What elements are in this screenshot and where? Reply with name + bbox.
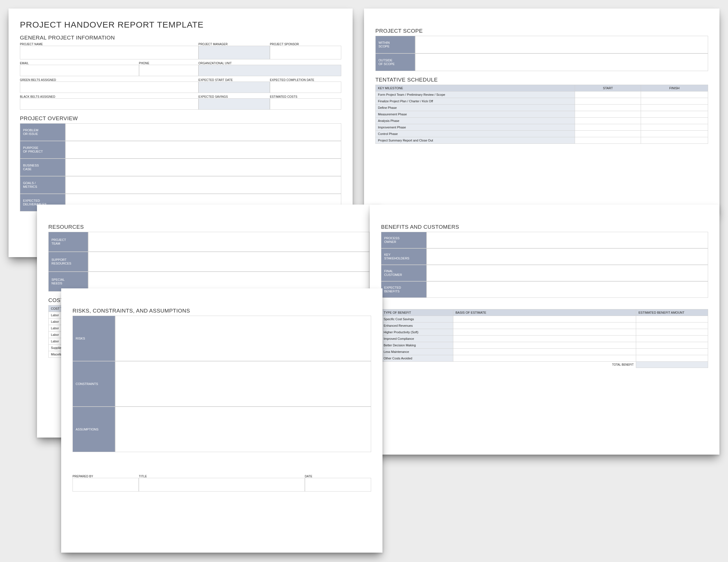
benefit-row-2: Higher Productivity (Soft) — [381, 329, 453, 335]
schedule-finish-0[interactable] — [641, 92, 708, 98]
input-expected-savings[interactable] — [198, 98, 270, 110]
benefits-value-1[interactable] — [427, 248, 708, 265]
input-project-manager[interactable] — [198, 46, 270, 59]
input-project-sponsor[interactable] — [270, 46, 341, 59]
input-phone[interactable] — [139, 65, 198, 76]
input-black-belts[interactable] — [20, 98, 198, 110]
overview-value-1[interactable] — [65, 141, 341, 159]
benefit-header-type: TYPE OF BENEFIT — [381, 309, 453, 316]
input-green-belts[interactable] — [20, 82, 198, 93]
benefits-row: EXPECTED BENEFITS — [381, 281, 708, 298]
resources-row: PROJECT TEAM — [48, 232, 370, 252]
benefits-label-2: FINAL CUSTOMER — [381, 265, 427, 281]
section-overview-title: PROJECT OVERVIEW — [20, 115, 341, 122]
scope-value-1[interactable] — [415, 53, 708, 71]
schedule-header-finish: FINISH — [641, 85, 708, 92]
scope-label-0: WITHIN SCOPE — [375, 36, 415, 53]
input-expected-start[interactable] — [198, 82, 270, 93]
label-phone: PHONE — [139, 62, 198, 65]
section-scope-title: PROJECT SCOPE — [375, 28, 708, 34]
benefit-basis-2[interactable] — [453, 329, 636, 335]
schedule-start-3[interactable] — [575, 111, 641, 118]
benefit-basis-5[interactable] — [453, 348, 636, 355]
benefit-basis-6[interactable] — [453, 355, 636, 362]
benefit-basis-4[interactable] — [453, 342, 636, 348]
input-project-name[interactable] — [20, 46, 198, 59]
risks-label-1: CONSTRAINTS — [73, 361, 115, 406]
input-estimated-costs[interactable] — [270, 98, 341, 110]
scope-label-1: OUTSIDE OF SCOPE — [375, 53, 415, 71]
label-signoff-title: TITLE — [139, 475, 305, 478]
schedule-start-5[interactable] — [575, 124, 641, 131]
schedule-start-7[interactable] — [575, 137, 641, 144]
overview-value-2[interactable] — [65, 159, 341, 176]
schedule-start-2[interactable] — [575, 105, 641, 111]
schedule-finish-6[interactable] — [641, 131, 708, 137]
schedule-start-6[interactable] — [575, 131, 641, 137]
overview-value-0[interactable] — [65, 123, 341, 141]
benefits-value-2[interactable] — [427, 265, 708, 281]
resources-value-0[interactable] — [88, 232, 370, 252]
resources-row: SUPPORT RESOURCES — [48, 252, 370, 272]
schedule-row-5: Improvement Phase — [376, 124, 575, 131]
schedule-finish-4[interactable] — [641, 118, 708, 124]
label-signoff-date: DATE — [305, 475, 371, 478]
benefit-amount-4[interactable] — [636, 342, 708, 348]
benefit-amount-5[interactable] — [636, 348, 708, 355]
benefits-row: KEY STAKEHOLDERS — [381, 248, 708, 265]
schedule-header-start: START — [575, 85, 641, 92]
schedule-finish-2[interactable] — [641, 105, 708, 111]
label-estimated-costs: ESTIMATED COSTS — [270, 95, 341, 98]
label-expected-completion: EXPECTED COMPLETION DATE — [270, 78, 341, 82]
section-benefits-title: BENEFITS AND CUSTOMERS — [381, 224, 708, 230]
schedule-finish-3[interactable] — [641, 111, 708, 118]
scope-value-0[interactable] — [415, 36, 708, 53]
input-prepared-by[interactable] — [73, 478, 139, 491]
benefit-total-value[interactable] — [636, 362, 708, 368]
schedule-start-4[interactable] — [575, 118, 641, 124]
benefits-label-3: EXPECTED BENEFITS — [381, 281, 427, 298]
schedule-row-0: Form Project Team / Preliminary Review /… — [376, 92, 575, 98]
benefit-amount-3[interactable] — [636, 335, 708, 342]
overview-value-3[interactable] — [65, 176, 341, 194]
benefit-amount-2[interactable] — [636, 329, 708, 335]
risks-value-1[interactable] — [115, 361, 371, 406]
input-signoff-title[interactable] — [139, 478, 305, 491]
benefit-amount-6[interactable] — [636, 355, 708, 362]
risks-value-0[interactable] — [115, 316, 371, 361]
schedule-row-1: Finalize Project Plan / Charter / Kick O… — [376, 98, 575, 105]
label-prepared-by: PREPARED BY — [73, 475, 139, 478]
risks-label-0: RISKS — [73, 316, 115, 361]
benefit-basis-3[interactable] — [453, 335, 636, 342]
benefits-value-3[interactable] — [427, 281, 708, 298]
benefit-amount-0[interactable] — [636, 316, 708, 322]
input-signoff-date[interactable] — [305, 478, 371, 491]
benefits-value-0[interactable] — [427, 232, 708, 248]
benefits-label-0: PROCESS OWNER — [381, 232, 427, 248]
label-project-manager: PROJECT MANAGER — [198, 43, 270, 46]
page-scope-schedule: PROJECT SCOPE WITHIN SCOPE OUTSIDE OF SC… — [364, 9, 719, 213]
label-expected-start: EXPECTED START DATE — [198, 78, 270, 82]
section-general-title: GENERAL PROJECT INFORMATION — [20, 35, 341, 41]
input-expected-completion[interactable] — [270, 82, 341, 93]
risks-label-2: ASSUMPTIONS — [73, 406, 115, 452]
benefit-amount-1[interactable] — [636, 322, 708, 329]
benefit-basis-0[interactable] — [453, 316, 636, 322]
resources-label-0: PROJECT TEAM — [48, 232, 88, 252]
resources-value-1[interactable] — [88, 252, 370, 272]
input-email[interactable] — [20, 65, 139, 76]
schedule-finish-1[interactable] — [641, 98, 708, 105]
overview-label-0: PROBLEM OR ISSUE — [20, 123, 65, 141]
risks-row: ASSUMPTIONS — [73, 406, 371, 452]
risks-row: CONSTRAINTS — [73, 361, 371, 406]
schedule-row-3: Measurement Phase — [376, 111, 575, 118]
risks-row: RISKS — [73, 316, 371, 361]
schedule-finish-5[interactable] — [641, 124, 708, 131]
schedule-row-2: Define Phase — [376, 105, 575, 111]
input-org-unit[interactable] — [198, 65, 341, 76]
risks-value-2[interactable] — [115, 406, 371, 452]
benefit-basis-1[interactable] — [453, 322, 636, 329]
schedule-start-0[interactable] — [575, 92, 641, 98]
schedule-start-1[interactable] — [575, 98, 641, 105]
schedule-finish-7[interactable] — [641, 137, 708, 144]
